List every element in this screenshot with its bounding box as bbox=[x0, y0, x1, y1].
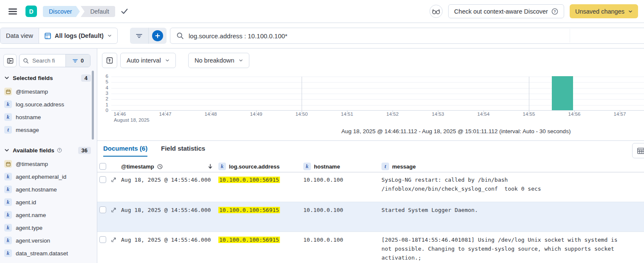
field-item-log.source.address[interactable]: klog.source.address bbox=[0, 98, 93, 111]
field-name: agent.type bbox=[16, 225, 42, 231]
column-message[interactable]: t message bbox=[381, 163, 644, 170]
available-fields-header[interactable]: Available fields ? 36 bbox=[0, 146, 97, 155]
data-view-picker[interactable]: Data view All logs (Default) bbox=[0, 28, 118, 44]
expand-document-icon[interactable] bbox=[110, 172, 121, 183]
add-filter-button[interactable] bbox=[148, 28, 167, 44]
plus-icon bbox=[152, 30, 163, 41]
sort-descending-icon[interactable] bbox=[207, 163, 213, 169]
select-all-checkbox[interactable] bbox=[99, 163, 106, 170]
chevron-down-icon bbox=[165, 58, 169, 63]
context-aware-discover-label: Check out context-aware Discover bbox=[454, 8, 548, 15]
field-item-@timestamp[interactable]: @timestamp bbox=[0, 85, 93, 98]
field-filter-button[interactable]: 0 bbox=[65, 54, 90, 67]
breadcrumb-default[interactable]: Default bbox=[81, 6, 115, 17]
field-name: agent.ephemeral_id bbox=[16, 174, 66, 180]
interval-dropdown[interactable]: Auto interval bbox=[120, 53, 176, 68]
selected-fields-header[interactable]: Selected fields 4 bbox=[0, 73, 97, 83]
field-item-agent.hostname[interactable]: kagent.hostname bbox=[0, 183, 93, 196]
fields-sidebar: Search fi 0 Selected fields 4 @timestamp… bbox=[0, 49, 97, 263]
timestamp-column-label: @timestamp bbox=[121, 163, 154, 170]
unsaved-changes-button[interactable]: Unsaved changes bbox=[570, 4, 638, 18]
available-fields-count: 36 bbox=[78, 147, 91, 154]
breadcrumb: Discover Default bbox=[43, 6, 115, 17]
expand-document-icon[interactable] bbox=[110, 232, 121, 243]
unsaved-changes-label: Unsaved changes bbox=[575, 8, 624, 15]
data-view-icon bbox=[45, 33, 51, 39]
histogram-bar bbox=[552, 76, 573, 110]
section-divider bbox=[97, 140, 644, 141]
field-search-input[interactable]: Search fi 0 bbox=[19, 54, 90, 67]
available-fields-title: Available fields bbox=[13, 147, 54, 154]
chevron-down-icon bbox=[239, 58, 243, 63]
keyword-field-icon: k bbox=[4, 249, 12, 257]
chart-panel-icon bbox=[106, 57, 113, 64]
filter-controls bbox=[130, 28, 167, 44]
field-item-agent.id[interactable]: kagent.id bbox=[0, 196, 93, 209]
field-item-data_stream.dataset[interactable]: kdata_stream.dataset bbox=[0, 247, 93, 260]
query-input[interactable]: log.source.address : 10.100.0.100* bbox=[170, 28, 644, 44]
histogram-plot bbox=[111, 77, 644, 111]
table-row: Aug 18, 2025 @ 14:55:46.000 10.100.0.100… bbox=[97, 232, 644, 263]
field-item-agent.ephemeral_id[interactable]: kagent.ephemeral_id bbox=[0, 170, 93, 183]
glasses-icon[interactable] bbox=[429, 5, 443, 18]
field-name: message bbox=[16, 127, 39, 133]
field-name: agent.version bbox=[16, 237, 50, 244]
cell-timestamp: Aug 18, 2025 @ 14:55:46.000 bbox=[121, 232, 218, 244]
row-checkbox[interactable] bbox=[99, 176, 106, 183]
expand-document-icon[interactable] bbox=[110, 202, 121, 213]
cell-message: [2025-08-18T14:55:46.401081] Using /dev/… bbox=[381, 232, 644, 262]
saved-query-filter-button[interactable] bbox=[130, 28, 148, 44]
keyword-field-icon: k bbox=[4, 100, 12, 108]
keyword-field-icon: k bbox=[218, 163, 226, 170]
cell-hostname: 10.100.0.100 bbox=[303, 202, 381, 214]
column-hostname[interactable]: k hostname bbox=[303, 163, 381, 170]
chart-options-button[interactable] bbox=[102, 53, 117, 68]
field-item-agent.type[interactable]: kagent.type bbox=[0, 221, 93, 234]
keyword-field-icon: k bbox=[4, 186, 12, 193]
column-timestamp[interactable]: @timestamp bbox=[121, 163, 218, 170]
field-item-hostname[interactable]: khostname bbox=[0, 111, 93, 123]
cell-timestamp: Aug 18, 2025 @ 14:55:46.000 bbox=[121, 172, 218, 184]
check-icon bbox=[121, 9, 128, 14]
cell-hostname: 10.100.0.100 bbox=[303, 232, 381, 244]
query-bar: Data view All logs (Default) l bbox=[0, 23, 644, 49]
collapse-sidebar-button[interactable] bbox=[3, 54, 17, 67]
keyword-field-icon: k bbox=[4, 224, 12, 232]
chevron-down-icon bbox=[107, 34, 112, 38]
text-field-icon: t bbox=[381, 163, 389, 170]
collapse-panel-icon bbox=[7, 57, 14, 64]
tab-field-statistics[interactable]: Field statistics bbox=[161, 145, 205, 152]
column-log-source-address[interactable]: k log.source.address bbox=[218, 163, 303, 170]
context-aware-discover-button[interactable]: Check out context-aware Discover ? bbox=[448, 4, 564, 18]
menu-button[interactable] bbox=[6, 5, 20, 18]
header-actions: Check out context-aware Discover ? Unsav… bbox=[429, 4, 638, 18]
date-field-icon bbox=[4, 88, 12, 95]
table-row: Aug 18, 2025 @ 14:55:46.000 10.100.0.100… bbox=[97, 172, 644, 202]
row-checkbox[interactable] bbox=[99, 206, 106, 213]
field-item-agent.version[interactable]: kagent.version bbox=[0, 234, 93, 247]
chevron-down-icon bbox=[4, 148, 9, 153]
tab-documents[interactable]: Documents (6) bbox=[103, 145, 147, 157]
display-options-button[interactable] bbox=[632, 143, 644, 158]
cell-source: 10.100.0.100:56915 bbox=[218, 202, 303, 214]
filter-icon bbox=[72, 58, 78, 64]
table-row: Aug 18, 2025 @ 14:55:46.000 10.100.0.100… bbox=[97, 202, 644, 232]
field-item-message[interactable]: tmessage bbox=[0, 123, 93, 136]
breakdown-dropdown[interactable]: No breakdown bbox=[188, 53, 249, 68]
documents-table-header: @timestamp k log.source.address k hostna… bbox=[97, 161, 644, 172]
field-item-agent.name[interactable]: kagent.name bbox=[0, 209, 93, 221]
field-name: agent.id bbox=[16, 199, 36, 206]
search-icon bbox=[176, 32, 184, 40]
cell-message: Started System Logger Daemon. bbox=[381, 202, 644, 214]
highlighted-value: 10.100.0.100:56915 bbox=[218, 177, 280, 183]
question-circle-icon: ? bbox=[551, 8, 558, 15]
hostname-column-label: hostname bbox=[314, 163, 340, 170]
selected-fields-count: 4 bbox=[81, 74, 91, 82]
breadcrumb-discover[interactable]: Discover bbox=[43, 6, 76, 17]
selected-fields-list: @timestampklog.source.addresskhostnametm… bbox=[0, 85, 93, 136]
cell-message: SysLog-NG restart: called by /bin/bash /… bbox=[381, 172, 644, 193]
field-item-@timestamp[interactable]: @timestamp bbox=[0, 157, 93, 170]
space-avatar: D bbox=[25, 6, 37, 17]
row-checkbox[interactable] bbox=[99, 236, 106, 243]
filter-icon bbox=[136, 32, 143, 40]
